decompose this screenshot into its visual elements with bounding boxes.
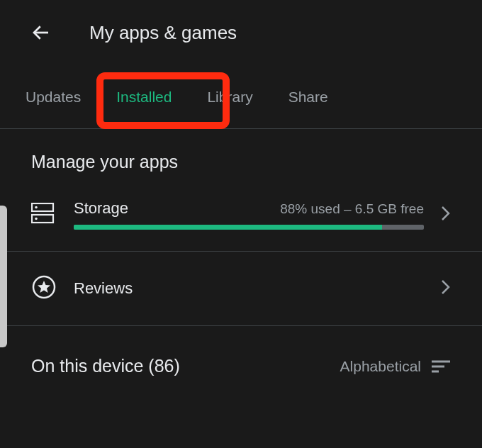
star-circle-icon [31,274,57,303]
storage-row[interactable]: Storage 88% used – 6.5 GB free [0,186,482,252]
tab-share[interactable]: Share [288,83,328,111]
chevron-right-icon [441,279,451,298]
storage-progress-fill [74,225,382,230]
back-arrow-icon [30,22,52,43]
svg-point-3 [35,206,38,208]
sort-button[interactable]: Alphabetical [340,358,451,375]
chevron-right-icon [441,206,451,224]
tab-library[interactable]: Library [207,83,252,111]
tab-installed[interactable]: Installed [116,83,172,111]
storage-label: Storage [74,199,128,218]
storage-info: 88% used – 6.5 GB free [280,201,424,217]
sort-label: Alphabetical [340,358,421,375]
back-button[interactable] [27,18,55,47]
manage-section-title: Manage your apps [0,129,482,186]
tab-bar: Updates Installed Library Share [0,65,482,129]
sort-icon [431,359,451,374]
svg-point-4 [35,217,38,220]
device-section-title: On this device (86) [31,356,180,376]
tab-updates[interactable]: Updates [26,83,81,111]
storage-icon [31,203,57,227]
reviews-row[interactable]: Reviews [0,252,482,326]
storage-progress-bar [74,225,424,230]
scroll-indicator [0,206,7,347]
page-title: My apps & games [89,22,237,44]
reviews-label: Reviews [74,279,424,298]
